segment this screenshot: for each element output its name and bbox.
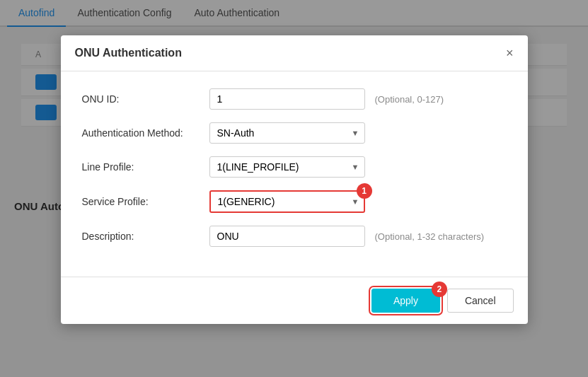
apply-btn-wrapper: Apply 2 xyxy=(371,289,440,313)
description-hint: (Optional, 1-32 characters) xyxy=(375,231,485,242)
line-profile-select-wrapper: 1(LINE_PROFILE) ▼ xyxy=(209,156,365,178)
form-row-auth-method: Authentication Method: SN-Auth Password-… xyxy=(82,122,507,144)
apply-button[interactable]: Apply xyxy=(371,289,440,313)
service-profile-label: Service Profile: xyxy=(82,196,209,207)
service-profile-badge-wrapper: 1(GENERIC) ▼ 1 xyxy=(209,190,365,213)
form-row-line-profile: Line Profile: 1(LINE_PROFILE) ▼ xyxy=(82,156,507,178)
line-profile-label: Line Profile: xyxy=(82,161,209,173)
line-profile-select[interactable]: 1(LINE_PROFILE) xyxy=(209,156,365,178)
onu-id-hint: (Optional, 0-127) xyxy=(375,94,444,105)
form-row-onu-id: ONU ID: (Optional, 0-127) xyxy=(82,88,507,110)
modal-title: ONU Authentication xyxy=(75,47,182,59)
auth-method-select-wrapper: SN-Auth Password-Auth SN+Password ▼ xyxy=(209,122,365,144)
step-badge-2: 2 xyxy=(432,282,447,297)
onu-id-input[interactable] xyxy=(209,88,365,110)
form-row-description: Description: (Optional, 1-32 characters) xyxy=(82,226,507,247)
onu-auth-modal: ONU Authentication × ONU ID: (Optional, … xyxy=(61,35,528,324)
modal-close-button[interactable]: × xyxy=(506,47,514,59)
service-profile-select-wrapper: 1(GENERIC) ▼ xyxy=(209,190,365,213)
auth-method-select[interactable]: SN-Auth Password-Auth SN+Password xyxy=(209,122,365,144)
onu-id-label: ONU ID: xyxy=(82,93,209,105)
page-background: Autofind Authentication Config Auto Auth… xyxy=(0,0,588,377)
modal-header: ONU Authentication × xyxy=(61,35,528,71)
description-label: Description: xyxy=(82,231,209,242)
step-badge-1: 1 xyxy=(357,183,372,199)
service-profile-select[interactable]: 1(GENERIC) xyxy=(209,190,365,213)
modal-body: ONU ID: (Optional, 0-127) Authentication… xyxy=(61,71,528,277)
auth-method-label: Authentication Method: xyxy=(82,127,209,139)
cancel-button[interactable]: Cancel xyxy=(447,289,514,313)
description-input[interactable] xyxy=(209,226,365,247)
modal-footer: Apply 2 Cancel xyxy=(61,277,528,324)
form-row-service-profile: Service Profile: 1(GENERIC) ▼ 1 xyxy=(82,190,507,213)
